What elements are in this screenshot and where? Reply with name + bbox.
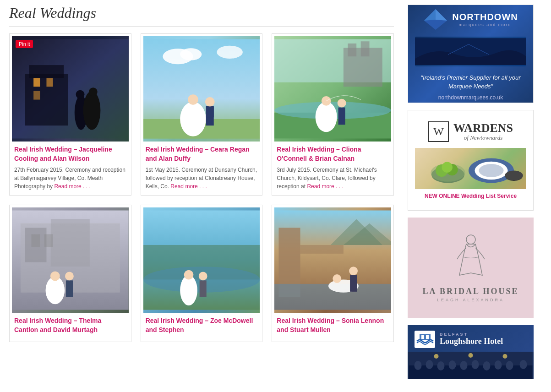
svg-rect-5 xyxy=(33,91,40,100)
svg-point-67 xyxy=(442,162,453,173)
svg-rect-47 xyxy=(199,281,206,297)
northdown-subtitle: marquees and more xyxy=(452,22,518,27)
svg-point-91 xyxy=(469,353,473,358)
wedding-image-2 xyxy=(143,36,260,142)
northdown-ad[interactable]: NORTHDOWN marquees and more "Ireland's P… xyxy=(408,5,534,103)
svg-point-7 xyxy=(83,91,101,130)
svg-rect-30 xyxy=(338,108,345,125)
wedding-card-body-2: Real Irish Wedding – Ceara Regan and Ala… xyxy=(143,142,260,193)
svg-point-85 xyxy=(472,360,479,369)
loughshore-header: BELFAST Loughshore Hotel xyxy=(408,325,534,352)
wedding-card-6: Real Irish Wedding – Sonia Lennon and St… xyxy=(272,205,394,342)
loughshore-ad[interactable]: BELFAST Loughshore Hotel xyxy=(408,325,534,379)
wedding-card-title-6[interactable]: Real Irish Wedding – Sonia Lennon and St… xyxy=(277,316,389,334)
wedding-card-body-1: Real Irish Wedding – Jacqueline Cooling … xyxy=(12,142,129,193)
svg-point-45 xyxy=(180,275,197,305)
svg-point-9 xyxy=(89,87,98,96)
northdown-quote: "Ireland's Premier Supplier for all your… xyxy=(415,74,526,90)
northdown-name: NORTHDOWN xyxy=(452,12,518,22)
svg-point-88 xyxy=(506,361,513,370)
wedding-card-body-6: Real Irish Wedding – Sonia Lennon and St… xyxy=(274,313,391,339)
loughshore-logo-box xyxy=(415,331,435,348)
svg-rect-20 xyxy=(206,107,213,118)
northdown-url: northdownmarquees.co.uk xyxy=(438,94,503,101)
wedding-card: Pin it xyxy=(9,33,131,196)
wedding-card-body-4: Real Irish Wedding – Thelma Cantlon and … xyxy=(12,313,129,339)
svg-point-73 xyxy=(466,235,475,244)
wedding-card-title-4[interactable]: Real Irish Wedding – Thelma Cantlon and … xyxy=(14,316,126,334)
northdown-image xyxy=(415,37,526,66)
svg-point-46 xyxy=(184,270,193,280)
svg-point-28 xyxy=(316,102,337,132)
svg-point-70 xyxy=(479,164,504,177)
wedding-card-3: Real Irish Wedding – Cliona O'Connell & … xyxy=(272,33,394,196)
read-more-2[interactable]: Read more . . . xyxy=(170,183,207,190)
wardens-tagline: NEW ONLINE Wedding List Service xyxy=(425,193,517,199)
main-content: Real Weddings Pin it xyxy=(0,0,403,391)
svg-point-72 xyxy=(505,171,523,181)
bridal-sketch-icon xyxy=(453,234,489,280)
svg-point-48 xyxy=(198,272,207,281)
wedding-image-1: Pin it xyxy=(12,36,129,142)
svg-point-29 xyxy=(322,96,331,106)
svg-rect-3 xyxy=(33,78,40,87)
page-title: Real Weddings xyxy=(9,5,394,27)
svg-point-13 xyxy=(217,46,243,59)
bridal-name: LA BRIDAL HOUSE xyxy=(422,287,518,296)
svg-point-8 xyxy=(76,90,85,99)
svg-rect-25 xyxy=(361,41,370,56)
wedding-image-6 xyxy=(274,207,391,313)
svg-point-19 xyxy=(205,97,215,107)
svg-point-80 xyxy=(415,361,422,370)
svg-rect-77 xyxy=(426,335,429,339)
svg-rect-51 xyxy=(300,245,344,254)
wedding-card-title-1[interactable]: Real Irish Wedding – Jacqueline Cooling … xyxy=(14,145,126,163)
svg-rect-37 xyxy=(44,234,53,247)
wedding-card-desc-2: 1st May 2015. Ceremony at Dunsany Church… xyxy=(146,166,258,191)
pin-it-button[interactable]: Pin it xyxy=(16,40,33,48)
svg-point-82 xyxy=(437,361,445,370)
svg-point-58 xyxy=(349,267,358,275)
svg-point-83 xyxy=(449,360,456,370)
svg-rect-2 xyxy=(29,65,64,78)
wedding-card-2: Real Irish Wedding – Ceara Regan and Ala… xyxy=(141,33,263,196)
wardens-w-box: W xyxy=(428,121,449,142)
svg-point-92 xyxy=(503,354,507,359)
read-more-1[interactable]: Read more . . . xyxy=(54,183,90,190)
wardens-logo: W WARDENS of Newtownards xyxy=(428,121,513,142)
svg-point-16 xyxy=(188,94,198,105)
loughshore-name: Loughshore Hotel xyxy=(440,337,503,347)
bridal-subtitle: LEAGH ALEXANDRA xyxy=(437,298,504,302)
svg-rect-17 xyxy=(189,105,197,118)
wardens-ad[interactable]: W WARDENS of Newtownards xyxy=(408,110,534,211)
svg-point-89 xyxy=(520,360,527,369)
wedding-card-title-5[interactable]: Real Irish Wedding – Zoe McDowell and St… xyxy=(146,316,258,334)
svg-rect-40 xyxy=(66,281,73,297)
loughshore-image xyxy=(408,352,534,379)
svg-rect-57 xyxy=(350,275,357,292)
svg-rect-24 xyxy=(348,44,357,56)
northdown-logo: NORTHDOWN marquees and more xyxy=(423,7,518,32)
wardens-name: WARDENS xyxy=(453,122,513,134)
wardens-of: of Newtownards xyxy=(453,134,513,142)
la-bridal-ad[interactable]: LA BRIDAL HOUSE LEAGH ALEXANDRA xyxy=(408,218,534,318)
wedding-card-4: Real Irish Wedding – Thelma Cantlon and … xyxy=(9,205,131,342)
svg-point-12 xyxy=(180,48,202,60)
svg-point-41 xyxy=(65,272,74,281)
wedding-image-3 xyxy=(274,36,391,142)
wedding-grid: Pin it xyxy=(9,33,394,342)
svg-rect-4 xyxy=(46,78,53,87)
sidebar: NORTHDOWN marquees and more "Ireland's P… xyxy=(403,0,538,391)
svg-rect-36 xyxy=(31,234,40,247)
wedding-card-desc-1: 27th February 2015. Ceremony and recepti… xyxy=(14,166,126,191)
wardens-image xyxy=(415,148,526,189)
svg-marker-60 xyxy=(436,9,447,21)
wedding-card-title-2[interactable]: Real Irish Wedding – Ceara Regan and Ala… xyxy=(146,145,258,163)
svg-rect-76 xyxy=(421,335,424,339)
wedding-card-body-3: Real Irish Wedding – Cliona O'Connell & … xyxy=(274,142,391,193)
read-more-3[interactable]: Read more . . . xyxy=(307,183,343,190)
wedding-card-5: Real Irish Wedding – Zoe McDowell and St… xyxy=(141,205,263,342)
wedding-card-title-3[interactable]: Real Irish Wedding – Cliona O'Connell & … xyxy=(277,145,389,163)
svg-point-86 xyxy=(483,361,491,370)
svg-rect-35 xyxy=(51,219,90,267)
